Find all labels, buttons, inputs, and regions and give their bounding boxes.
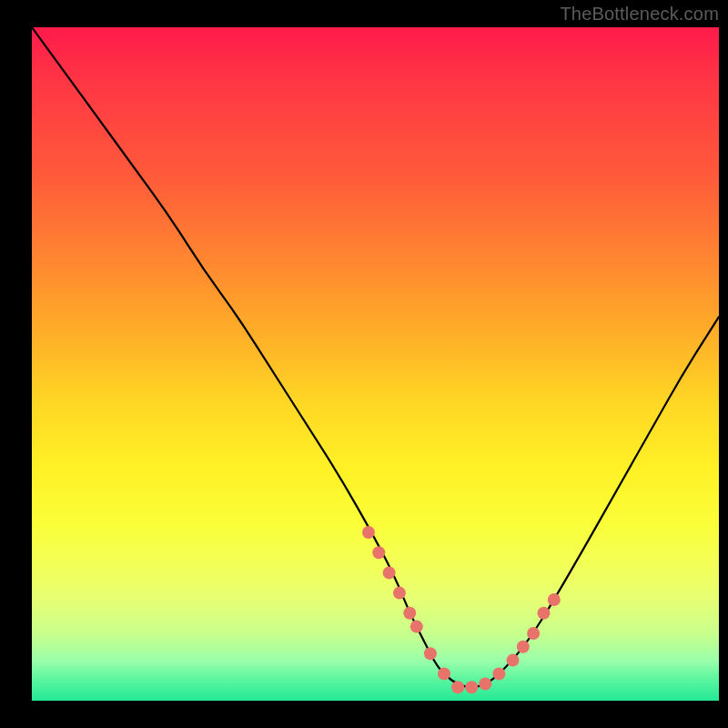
marker-dot — [451, 681, 464, 693]
chart-container: TheBottleneck.com — [0, 0, 728, 728]
marker-dot — [438, 667, 450, 680]
watermark-text: TheBottleneck.com — [560, 4, 719, 25]
marker-dot — [527, 627, 540, 640]
marker-dot — [383, 566, 396, 579]
marker-dot — [507, 654, 520, 667]
marker-dot — [537, 607, 550, 620]
bottleneck-curve — [32, 27, 719, 687]
marker-dot — [492, 667, 505, 680]
marker-dot — [517, 641, 530, 653]
marker-dot — [479, 678, 491, 691]
plot-area — [32, 27, 719, 701]
marker-dot — [362, 526, 375, 539]
marker-dot — [410, 621, 423, 633]
highlight-markers — [362, 526, 561, 693]
marker-dot — [403, 607, 416, 620]
marker-dot — [372, 546, 385, 559]
marker-dot — [465, 681, 478, 693]
marker-dot — [548, 593, 561, 606]
marker-dot — [424, 647, 437, 660]
marker-dot — [393, 587, 406, 600]
chart-svg — [32, 27, 719, 701]
